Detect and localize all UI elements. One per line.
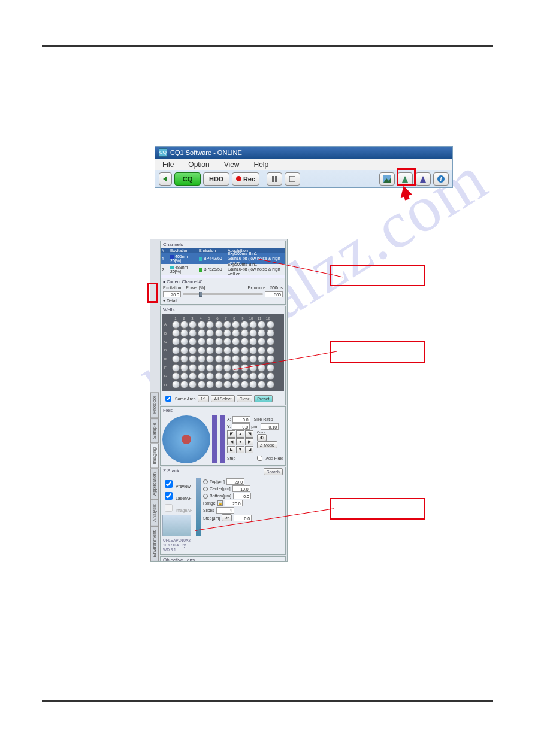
well-cell[interactable]	[172, 381, 180, 388]
well-cell[interactable]	[180, 329, 188, 337]
well-cell[interactable]	[249, 347, 257, 354]
color-button[interactable]: ◐	[257, 434, 267, 441]
well-cell[interactable]	[189, 355, 197, 363]
well-cell[interactable]	[258, 355, 265, 363]
stepum-input[interactable]: 0.0	[234, 515, 252, 521]
bottom-input[interactable]: 0.0	[233, 493, 251, 499]
well-cell[interactable]	[241, 338, 249, 345]
well-cell[interactable]	[258, 347, 265, 354]
well-cell[interactable]	[198, 372, 205, 380]
search-button[interactable]: Search	[264, 468, 283, 475]
power-input[interactable]: 20.0	[163, 291, 181, 297]
well-cell[interactable]	[180, 372, 188, 380]
well-cell[interactable]	[215, 338, 223, 345]
hdd-button[interactable]: HDD	[203, 172, 229, 186]
well-cell[interactable]	[223, 338, 231, 345]
laser-af-check[interactable]	[165, 492, 173, 500]
well-cell[interactable]	[232, 321, 240, 329]
well-cell[interactable]	[241, 372, 249, 380]
well-cell[interactable]	[241, 355, 249, 363]
well-cell[interactable]	[215, 372, 223, 380]
well-cell[interactable]	[258, 338, 265, 345]
well-cell[interactable]	[232, 329, 240, 337]
well-cell[interactable]	[267, 381, 274, 388]
well-cell[interactable]	[172, 338, 180, 345]
well-cell[interactable]	[232, 364, 240, 372]
range-lock-icon[interactable]: 🔒	[217, 500, 223, 506]
well-cell[interactable]	[189, 329, 197, 337]
well-cell[interactable]	[198, 381, 205, 388]
well-cell[interactable]	[249, 321, 257, 329]
z-mode-button[interactable]: Z Mode	[257, 441, 277, 448]
well-cell[interactable]	[267, 321, 274, 329]
well-cell[interactable]	[215, 355, 223, 363]
well-cell[interactable]	[189, 321, 197, 329]
well-cell[interactable]	[198, 329, 205, 337]
well-cell[interactable]	[206, 338, 214, 345]
nudge-center[interactable]: ●	[236, 438, 244, 445]
menu-option[interactable]: Option	[181, 160, 216, 169]
menu-view[interactable]: View	[217, 160, 247, 169]
well-cell[interactable]	[223, 329, 231, 337]
y-input[interactable]: 0.0	[232, 423, 250, 430]
size-ratio-input[interactable]: 0.10	[261, 423, 279, 430]
well-cell[interactable]	[267, 347, 274, 354]
range-input[interactable]: 20.0	[225, 500, 243, 506]
top-input[interactable]: 20.0	[226, 478, 244, 485]
well-cell[interactable]	[267, 372, 274, 380]
well-cell[interactable]	[206, 372, 214, 380]
nudge-dr[interactable]: ◢	[245, 446, 253, 453]
well-cell[interactable]	[241, 321, 249, 329]
slider-knob[interactable]	[199, 292, 202, 297]
rec-button[interactable]: Rec	[232, 172, 259, 186]
well-cell[interactable]	[267, 364, 274, 372]
menu-help[interactable]: Help	[247, 160, 276, 169]
well-cell[interactable]	[189, 364, 197, 372]
well-cell[interactable]	[232, 372, 240, 380]
nudge-ul[interactable]: ◤	[227, 430, 235, 438]
stop-button[interactable]	[285, 172, 300, 186]
nudge-ur[interactable]: ◥	[245, 430, 253, 438]
histogram-button-2[interactable]	[415, 172, 431, 186]
well-cell[interactable]	[258, 329, 265, 337]
well-cell[interactable]	[249, 355, 257, 363]
chart-view-button[interactable]	[379, 172, 395, 186]
well-cell[interactable]	[232, 355, 240, 363]
well-cell[interactable]	[198, 338, 205, 345]
well-cell[interactable]	[232, 347, 240, 354]
well-cell[interactable]	[172, 372, 180, 380]
well-cell[interactable]	[258, 381, 265, 388]
well-cell[interactable]	[172, 364, 180, 372]
well-cell[interactable]	[215, 347, 223, 354]
center-radio[interactable]	[203, 487, 208, 491]
cq-button[interactable]: CQ	[174, 172, 201, 186]
well-cell[interactable]	[180, 338, 188, 345]
channel-row-2[interactable]: 2 488nm20[%] BP525/50 Exp500ms Bin1Gain1…	[161, 264, 285, 275]
well-cell[interactable]	[267, 338, 274, 345]
x-input[interactable]: 0.0	[232, 416, 250, 423]
well-cell[interactable]	[215, 329, 223, 337]
nudge-left[interactable]: ◀	[227, 438, 235, 445]
well-cell[interactable]	[206, 381, 214, 388]
well-cell[interactable]	[206, 347, 214, 354]
well-cell[interactable]	[180, 355, 188, 363]
well-cell[interactable]	[249, 372, 257, 380]
step-dir-button[interactable]: ≫	[222, 514, 232, 521]
well-cell[interactable]	[189, 372, 197, 380]
well-cell[interactable]	[189, 381, 197, 388]
icon-1-1-button[interactable]: 1:1	[198, 395, 210, 402]
exposure-input[interactable]: 500	[265, 291, 283, 297]
well-cell[interactable]	[223, 347, 231, 354]
well-cell[interactable]	[267, 329, 274, 337]
well-cell[interactable]	[198, 355, 205, 363]
nudge-right[interactable]: ▶	[245, 438, 253, 445]
exposure-slider[interactable]	[183, 293, 263, 295]
bottom-radio[interactable]	[203, 494, 208, 499]
info-button[interactable]: i	[433, 172, 449, 186]
tab-analysis[interactable]: Analysis	[150, 500, 159, 526]
well-cell[interactable]	[180, 347, 188, 354]
well-cell[interactable]	[215, 321, 223, 329]
well-cell[interactable]	[189, 347, 197, 354]
preset-button[interactable]: Preset	[254, 395, 272, 402]
well-cell[interactable]	[180, 321, 188, 329]
